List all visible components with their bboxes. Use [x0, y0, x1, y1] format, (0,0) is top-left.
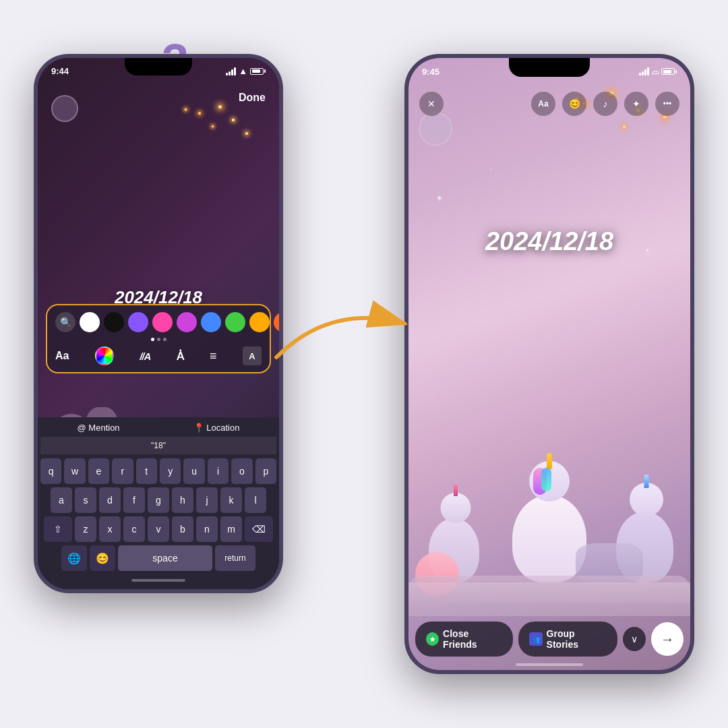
- effects-tool-button[interactable]: ✦: [624, 92, 648, 116]
- key-globe[interactable]: 🌐: [61, 545, 87, 571]
- key-w[interactable]: w: [64, 458, 85, 484]
- key-space[interactable]: space: [118, 545, 212, 571]
- keyboard-aux-bar: @ Mention 📍 Location: [40, 423, 276, 433]
- key-y[interactable]: y: [160, 458, 181, 484]
- home-indicator-right: [516, 663, 583, 666]
- location-button[interactable]: 📍 Location: [193, 423, 240, 433]
- suggestion-bar: "18": [40, 437, 276, 454]
- send-story-button[interactable]: →: [651, 622, 684, 656]
- key-n[interactable]: n: [196, 516, 218, 542]
- keyboard-row-2: a s d f g h j k l: [40, 487, 276, 513]
- wifi-icon-left: ▲: [239, 66, 247, 76]
- sticker-tool-button[interactable]: 😊: [562, 92, 586, 116]
- color-white[interactable]: [80, 312, 100, 332]
- key-t[interactable]: t: [136, 458, 157, 484]
- color-purple[interactable]: [128, 312, 148, 332]
- key-l[interactable]: l: [245, 487, 266, 513]
- key-i[interactable]: i: [208, 458, 229, 484]
- align-button[interactable]: ≡: [210, 349, 217, 363]
- italic-button[interactable]: //A: [140, 351, 150, 362]
- keyboard-row-4: 🌐 😊 space return: [40, 545, 276, 571]
- key-c[interactable]: c: [123, 516, 145, 542]
- format-toolbar-row: Aa //A Ȧ ≡ A: [55, 346, 262, 365]
- send-arrow-icon: →: [661, 632, 674, 647]
- key-r[interactable]: r: [112, 458, 133, 484]
- arrow-graphic: [263, 290, 425, 371]
- color-green[interactable]: [225, 312, 245, 332]
- scroll-indicator: [55, 338, 262, 341]
- key-g[interactable]: g: [148, 487, 169, 513]
- group-stories-label: Group Stories: [547, 628, 607, 650]
- key-h[interactable]: h: [172, 487, 193, 513]
- close-friends-button[interactable]: ★ Close Friends: [415, 621, 513, 657]
- color-black[interactable]: [104, 312, 124, 332]
- keyboard: @ Mention 📍 Location "18" q w e r t y u …: [38, 417, 279, 589]
- color-wheel-button[interactable]: [95, 346, 114, 365]
- status-icons-right: ⌓: [639, 66, 677, 77]
- music-tool-button[interactable]: ♪: [593, 92, 617, 116]
- signal-icon-left: [226, 67, 236, 75]
- key-a[interactable]: a: [51, 487, 72, 513]
- key-emoji[interactable]: 😊: [90, 545, 115, 571]
- phone-left-screen: 9:44 ▲ Done 2024/12/18 🔍: [38, 58, 279, 589]
- keyboard-row-3: ⇧ z x c v b n m ⌫: [40, 516, 276, 542]
- key-q[interactable]: q: [40, 458, 61, 484]
- background-right: ✦ ✦ ⋆: [408, 58, 690, 670]
- phone-left: 9:44 ▲ Done 2024/12/18 🔍: [34, 54, 283, 593]
- key-k[interactable]: k: [220, 487, 242, 513]
- font-style-button[interactable]: Aa: [55, 350, 69, 362]
- color-pink[interactable]: [152, 312, 173, 332]
- close-friends-icon: ★: [426, 632, 439, 646]
- mention-button[interactable]: @ Mention: [78, 423, 120, 433]
- key-v[interactable]: v: [148, 516, 169, 542]
- key-z[interactable]: z: [75, 516, 96, 542]
- key-j[interactable]: j: [196, 487, 218, 513]
- wifi-icon-right: ⌓: [652, 66, 659, 77]
- more-tool-button[interactable]: •••: [655, 92, 679, 116]
- text-tool-button[interactable]: Aa: [531, 92, 555, 116]
- close-story-button[interactable]: ✕: [419, 92, 444, 116]
- outline-button[interactable]: Ȧ: [177, 350, 184, 363]
- phone-right-screen: ✦ ✦ ⋆ 9:45 ⌓ ✕: [408, 58, 690, 670]
- chevron-down-button[interactable]: ∨: [623, 627, 646, 651]
- key-backspace[interactable]: ⌫: [245, 516, 273, 542]
- phone-right: ✦ ✦ ⋆ 9:45 ⌓ ✕: [404, 54, 694, 674]
- key-shift[interactable]: ⇧: [44, 516, 72, 542]
- key-d[interactable]: d: [99, 487, 121, 513]
- color-toolbar: 🔍 Aa //A Ȧ: [46, 304, 271, 373]
- background-text-button[interactable]: A: [243, 346, 262, 365]
- story-tools-group: Aa 😊 ♪ ✦ •••: [531, 92, 679, 116]
- key-m[interactable]: m: [220, 516, 242, 542]
- group-stories-icon: 👥: [529, 632, 542, 646]
- key-o[interactable]: o: [231, 458, 252, 484]
- color-magenta[interactable]: [177, 312, 197, 332]
- date-text-right: 2024/12/18: [485, 227, 613, 256]
- key-u[interactable]: u: [183, 458, 204, 484]
- key-p[interactable]: p: [255, 458, 276, 484]
- story-top-bar: ✕ Aa 😊 ♪ ✦ •••: [408, 92, 690, 116]
- key-s[interactable]: s: [75, 487, 96, 513]
- chevron-down-icon: ∨: [631, 634, 638, 644]
- status-icons-left: ▲: [226, 66, 266, 76]
- key-x[interactable]: x: [99, 516, 121, 542]
- notch-right: [509, 58, 590, 77]
- notch-left: [125, 58, 192, 75]
- key-e[interactable]: e: [88, 458, 109, 484]
- close-friends-label: Close Friends: [443, 628, 502, 650]
- time-right: 9:45: [422, 67, 439, 77]
- time-left: 9:44: [51, 66, 69, 76]
- keyboard-row-1: q w e r t y u i o p: [40, 458, 276, 484]
- color-swatches-row: 🔍: [55, 312, 262, 332]
- done-button[interactable]: Done: [239, 92, 266, 104]
- group-stories-button[interactable]: 👥 Group Stories: [518, 621, 617, 657]
- color-blue[interactable]: [201, 312, 221, 332]
- key-f[interactable]: f: [123, 487, 145, 513]
- eyedropper-button[interactable]: 🔍: [55, 312, 75, 332]
- key-b[interactable]: b: [172, 516, 193, 542]
- signal-icon-right: [639, 67, 649, 75]
- story-bottom-bar: ★ Close Friends 👥 Group Stories ∨ →: [415, 621, 684, 657]
- battery-icon-left: [250, 68, 266, 75]
- battery-icon-right: [661, 68, 677, 75]
- key-return[interactable]: return: [215, 545, 255, 571]
